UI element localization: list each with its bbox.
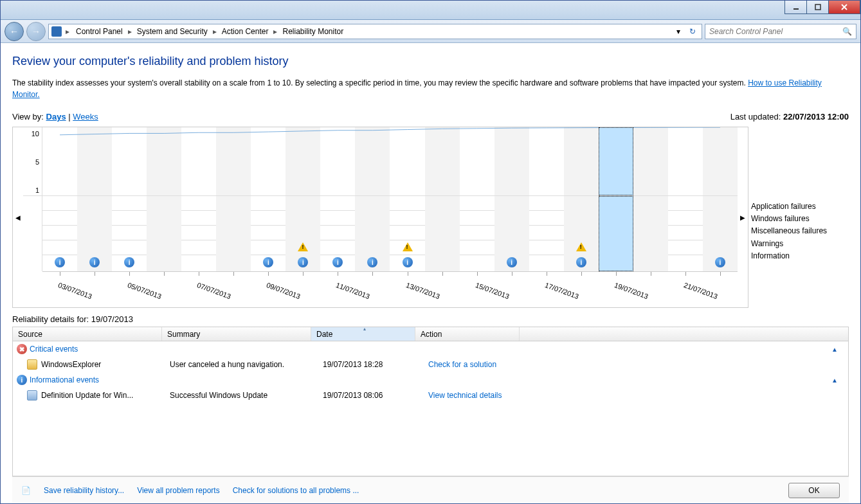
- refresh-button[interactable]: ↻: [686, 25, 699, 38]
- day-column[interactable]: [355, 127, 390, 195]
- technical-details-link[interactable]: View technical details: [428, 391, 502, 400]
- svg-rect-0: [793, 8, 799, 10]
- col-action[interactable]: Action: [415, 327, 520, 341]
- history-dropdown-button[interactable]: ▾: [672, 25, 685, 38]
- day-column[interactable]: [703, 127, 738, 195]
- x-axis-label: 03/07/2013: [57, 281, 93, 300]
- view-by-selector: View by: Days | Weeks: [12, 112, 98, 122]
- day-column[interactable]: [425, 196, 460, 271]
- day-column[interactable]: [425, 127, 460, 195]
- day-column[interactable]: [251, 127, 285, 195]
- day-column[interactable]: [633, 196, 668, 271]
- day-column[interactable]: [633, 127, 668, 195]
- address-bar[interactable]: ▸ Control Panel▸ System and Security▸ Ac…: [48, 24, 702, 39]
- breadcrumb-item[interactable]: Reliability Monitor: [280, 26, 346, 37]
- day-column[interactable]: [668, 127, 703, 195]
- scroll-left-button[interactable]: ◀: [13, 127, 23, 307]
- last-updated: Last updated: 22/07/2013 12:00: [730, 112, 849, 122]
- reliability-chart: ◀ 10 5 1: [12, 127, 748, 308]
- save-history-link[interactable]: Save reliability history...: [44, 486, 124, 495]
- x-axis-label: 11/07/2013: [335, 281, 371, 300]
- collapse-icon[interactable]: ▲: [831, 346, 844, 353]
- check-solution-link[interactable]: Check for a solution: [428, 360, 496, 369]
- chevron-right-icon[interactable]: ▸: [272, 27, 278, 36]
- day-column[interactable]: [147, 196, 181, 271]
- information-icon: i: [576, 257, 586, 267]
- collapse-icon[interactable]: ▲: [831, 377, 844, 384]
- stability-plot[interactable]: [42, 127, 738, 195]
- day-column[interactable]: [320, 127, 355, 195]
- description: The stability index assesses your system…: [12, 77, 849, 100]
- day-column[interactable]: [668, 196, 703, 271]
- details-label: Reliability details for: 19/07/2013: [12, 314, 849, 324]
- search-box[interactable]: 🔍: [705, 24, 856, 39]
- x-axis-label: 17/07/2013: [544, 281, 580, 300]
- col-source[interactable]: Source: [13, 327, 162, 341]
- day-column[interactable]: [147, 127, 181, 195]
- close-button[interactable]: [828, 1, 860, 14]
- day-column[interactable]: [460, 127, 494, 195]
- search-icon: 🔍: [842, 27, 852, 36]
- day-column[interactable]: [494, 127, 529, 195]
- search-input[interactable]: [709, 27, 852, 36]
- save-icon: 📄: [21, 486, 31, 495]
- day-column[interactable]: [529, 127, 564, 195]
- breadcrumb-item[interactable]: Control Panel: [73, 26, 125, 37]
- day-column[interactable]: [390, 127, 425, 195]
- group-informational[interactable]: i Informational events ▲: [13, 372, 848, 388]
- view-by-days[interactable]: Days: [46, 112, 66, 122]
- window: ← → ▸ Control Panel▸ System and Security…: [0, 0, 861, 504]
- x-axis-label: 07/07/2013: [196, 281, 232, 300]
- details-table: Source Summary Date Action ✖ Critical ev…: [12, 327, 849, 476]
- chart-outer: ◀ 10 5 1: [12, 127, 748, 308]
- day-column[interactable]: [112, 127, 147, 195]
- information-icon: i: [403, 257, 413, 267]
- day-column[interactable]: [599, 196, 633, 271]
- table-row[interactable]: WindowsExplorer User canceled a hung nav…: [13, 357, 848, 372]
- scroll-right-button[interactable]: ▶: [738, 127, 748, 307]
- navbar: ← → ▸ Control Panel▸ System and Security…: [1, 20, 860, 43]
- x-axis-label: 15/07/2013: [475, 281, 511, 300]
- table-header: Source Summary Date Action: [13, 327, 848, 341]
- event-grid[interactable]: ✖iiiiiiiiiiii: [42, 196, 738, 271]
- minimize-button[interactable]: [784, 1, 806, 14]
- y-axis: 10 5 1: [23, 127, 42, 195]
- view-all-reports-link[interactable]: View all problem reports: [137, 486, 220, 495]
- chevron-right-icon[interactable]: ▸: [64, 27, 71, 36]
- day-column[interactable]: [216, 196, 251, 271]
- day-column[interactable]: [181, 196, 216, 271]
- day-column[interactable]: [564, 127, 599, 195]
- chevron-right-icon[interactable]: ▸: [212, 27, 218, 36]
- day-column[interactable]: [460, 196, 494, 271]
- ok-button[interactable]: OK: [788, 483, 840, 498]
- breadcrumb-item[interactable]: System and Security: [134, 26, 210, 37]
- day-column[interactable]: [285, 127, 320, 195]
- x-axis: 03/07/201305/07/201307/07/201309/07/2013…: [42, 271, 738, 307]
- information-icon: i: [507, 257, 517, 267]
- day-column[interactable]: [529, 196, 564, 271]
- col-summary[interactable]: Summary: [162, 327, 311, 341]
- content: Review your computer's reliability and p…: [1, 43, 860, 503]
- view-by-weeks[interactable]: Weeks: [73, 112, 98, 122]
- legend: Application failures Windows failures Mi…: [751, 201, 849, 262]
- day-column[interactable]: [181, 127, 216, 195]
- x-axis-label: 21/07/2013: [683, 281, 719, 300]
- info-icon: i: [17, 375, 27, 385]
- col-date[interactable]: Date: [311, 327, 415, 341]
- back-button[interactable]: ←: [5, 22, 24, 41]
- day-column[interactable]: [599, 127, 633, 195]
- critical-icon: ✖: [17, 344, 27, 354]
- day-column[interactable]: [42, 127, 77, 195]
- breadcrumb: Control Panel▸ System and Security▸ Acti…: [73, 26, 346, 37]
- warnings-icon: [403, 242, 413, 251]
- breadcrumb-item[interactable]: Action Center: [219, 26, 271, 37]
- day-column[interactable]: [77, 127, 112, 195]
- x-axis-label: 13/07/2013: [404, 281, 440, 300]
- check-solutions-link[interactable]: Check for solutions to all problems ...: [233, 486, 359, 495]
- chevron-right-icon[interactable]: ▸: [127, 27, 133, 36]
- forward-button[interactable]: →: [26, 22, 46, 41]
- table-row[interactable]: Definition Update for Win... Successful …: [13, 388, 848, 403]
- maximize-button[interactable]: [806, 1, 828, 14]
- day-column[interactable]: [216, 127, 251, 195]
- group-critical[interactable]: ✖ Critical events ▲: [13, 341, 848, 357]
